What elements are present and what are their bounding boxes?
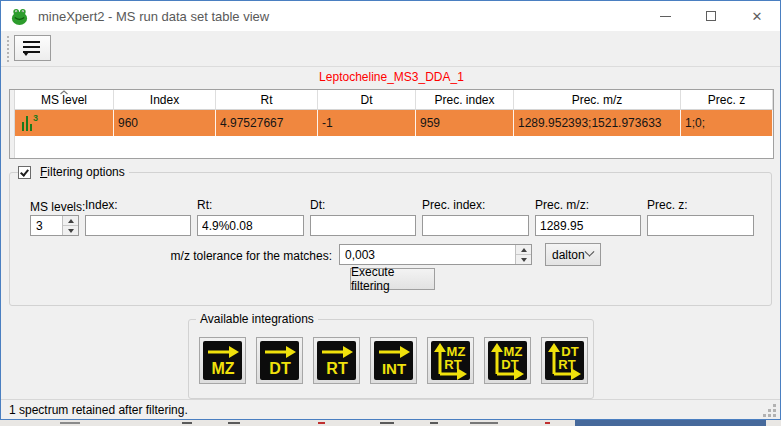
ms-levels-label: MS levels: xyxy=(30,200,85,214)
mz-integration-icon: MZ xyxy=(203,341,242,380)
chevron-down-icon xyxy=(585,247,595,257)
cell-prec-index[interactable]: 959 xyxy=(416,110,514,136)
filtering-options-group: Filtering options MS levels: 3 Index: Rt… xyxy=(9,172,772,306)
rt-integration-icon: RT xyxy=(317,341,356,380)
filtering-options-checkbox[interactable] xyxy=(18,166,31,179)
column-header-prec-z[interactable]: Prec. z xyxy=(681,90,773,110)
integration-dt-rt-button[interactable]: DT RT xyxy=(541,337,588,384)
close-icon: ✕ xyxy=(752,9,763,24)
integration-buttons-row: MZ DT RT xyxy=(199,337,588,384)
dataset-title: Leptocheline_MS3_DDA_1 xyxy=(1,70,781,84)
minimize-button[interactable] xyxy=(642,1,688,31)
tolerance-label: m/z tolerance for the matches: xyxy=(152,249,332,263)
spin-down-icon xyxy=(68,229,74,233)
spin-down-button[interactable] xyxy=(516,255,531,264)
cell-dt[interactable]: -1 xyxy=(318,110,416,136)
spin-down-button[interactable] xyxy=(63,226,78,235)
cell-index[interactable]: 960 xyxy=(114,110,216,136)
background-window-selection xyxy=(575,420,766,426)
table-grid: MS level Index Rt Dt Prec. index Prec. m… xyxy=(15,90,773,158)
menu-button[interactable] xyxy=(14,35,51,61)
status-bar: 1 spectrum retained after filtering. xyxy=(1,399,780,419)
mz-dt-integration-icon: MZ DT xyxy=(488,341,527,380)
prec-mz-input[interactable] xyxy=(535,215,641,236)
window-controls: ✕ xyxy=(642,1,780,31)
cell-prec-z[interactable]: 1;0; xyxy=(681,110,773,136)
rt-label: Rt: xyxy=(197,198,212,212)
window-title: mineXpert2 - MS run data set table view xyxy=(38,9,269,24)
checkmark-icon xyxy=(20,167,29,176)
cell-prec-mz[interactable]: 1289.952393;1521.973633 xyxy=(514,110,681,136)
cell-ms-level[interactable]: 3 xyxy=(15,110,114,136)
tolerance-spinbox[interactable]: 0,003 xyxy=(339,244,532,265)
table-empty-area xyxy=(15,136,773,158)
main-window: mineXpert2 - MS run data set table view … xyxy=(0,0,781,420)
svg-text:INT: INT xyxy=(381,360,405,377)
cell-rt[interactable]: 4.97527667 xyxy=(216,110,318,136)
column-header-rt[interactable]: Rt xyxy=(216,90,318,110)
minimize-icon xyxy=(660,16,671,17)
integration-dt-button[interactable]: DT xyxy=(256,337,303,384)
maximize-icon xyxy=(706,11,716,21)
resize-grip[interactable] xyxy=(760,404,776,417)
tolerance-unit-combobox[interactable]: dalton xyxy=(545,243,601,266)
background-window-sliver xyxy=(0,420,781,426)
column-header-prec-mz[interactable]: Prec. m/z xyxy=(514,90,681,110)
toolbar-drag-handle[interactable] xyxy=(7,36,9,62)
available-integrations-group: Available integrations MZ DT xyxy=(188,319,594,399)
svg-text:RT: RT xyxy=(326,360,348,377)
spin-up-button[interactable] xyxy=(516,245,531,255)
svg-text:DT: DT xyxy=(501,357,518,372)
svg-text:RT: RT xyxy=(444,357,461,372)
spin-up-icon xyxy=(68,219,74,223)
int-integration-icon: INT xyxy=(374,341,413,380)
integration-mz-dt-button[interactable]: MZ DT xyxy=(484,337,531,384)
screen: mineXpert2 - MS run data set table view … xyxy=(0,0,781,426)
spin-down-icon xyxy=(521,258,527,262)
prec-index-label: Prec. index: xyxy=(422,198,485,212)
title-bar[interactable]: mineXpert2 - MS run data set table view … xyxy=(1,1,780,31)
toolbar xyxy=(1,31,780,67)
index-input[interactable] xyxy=(85,215,191,236)
frog-logo-icon xyxy=(10,7,29,26)
ms-levels-spinbox[interactable]: 3 xyxy=(30,215,79,236)
dt-rt-integration-icon: DT RT xyxy=(545,341,584,380)
column-header-index[interactable]: Index xyxy=(114,90,216,110)
svg-text:DT: DT xyxy=(269,360,291,377)
dt-label: Dt: xyxy=(310,198,325,212)
status-message: 1 spectrum retained after filtering. xyxy=(9,403,188,417)
ms-run-table: MS level Index Rt Dt Prec. index Prec. m… xyxy=(9,89,774,159)
hamburger-menu-icon xyxy=(23,41,43,55)
integration-mz-button[interactable]: MZ xyxy=(199,337,246,384)
svg-text:RT: RT xyxy=(558,357,575,372)
index-label: Index: xyxy=(85,198,118,212)
spin-up-button[interactable] xyxy=(63,216,78,226)
prec-z-label: Prec. z: xyxy=(647,198,688,212)
dt-input[interactable] xyxy=(310,215,416,236)
column-header-ms-level[interactable]: MS level xyxy=(15,90,114,110)
rt-input[interactable] xyxy=(197,215,304,236)
execute-filtering-button[interactable]: Execute filtering xyxy=(350,268,435,290)
prec-z-input[interactable] xyxy=(647,215,754,236)
svg-text:MZ: MZ xyxy=(211,360,234,377)
integration-mz-rt-button[interactable]: MZ RT xyxy=(427,337,474,384)
prec-mz-label: Prec. m/z: xyxy=(535,198,589,212)
svg-text:3: 3 xyxy=(33,113,38,123)
dt-integration-icon: DT xyxy=(260,341,299,380)
prec-index-input[interactable] xyxy=(422,215,529,236)
close-button[interactable]: ✕ xyxy=(734,1,780,31)
integration-rt-button[interactable]: RT xyxy=(313,337,360,384)
sort-ascending-icon xyxy=(60,90,69,95)
filtering-options-legend: Filtering options xyxy=(18,165,129,179)
column-header-prec-index[interactable]: Prec. index xyxy=(416,90,514,110)
maximize-button[interactable] xyxy=(688,1,734,31)
mz-rt-integration-icon: MZ RT xyxy=(431,341,470,380)
integration-int-button[interactable]: INT xyxy=(370,337,417,384)
spin-up-icon xyxy=(521,248,527,252)
spectrum-ms3-icon: 3 xyxy=(19,113,39,133)
available-integrations-legend: Available integrations xyxy=(196,312,318,326)
column-header-dt[interactable]: Dt xyxy=(318,90,416,110)
